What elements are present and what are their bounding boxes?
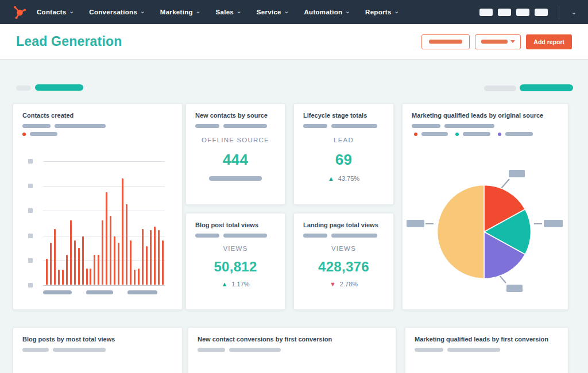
pie-label-redacted bbox=[407, 220, 424, 227]
redacted-text bbox=[415, 348, 443, 352]
nav-item-label: Conversations bbox=[89, 9, 137, 15]
filter-placeholder-gray bbox=[16, 86, 31, 91]
redacted-text bbox=[55, 124, 106, 128]
chevron-down-icon: ⌄ bbox=[140, 9, 145, 14]
nav-icon-button-3[interactable] bbox=[516, 9, 529, 16]
metric-block: OFFLINE SOURCE 444 bbox=[195, 137, 276, 181]
chevron-down-icon: ⌄ bbox=[394, 9, 400, 14]
nav-divider bbox=[559, 5, 559, 19]
y-tick-placeholder bbox=[28, 283, 33, 287]
pie-chart-svg bbox=[436, 184, 532, 279]
bar bbox=[154, 227, 156, 285]
contacts-created-bars bbox=[46, 161, 164, 285]
filter-toggle-teal[interactable] bbox=[35, 84, 83, 91]
redacted-text bbox=[53, 348, 106, 352]
report-card-new-contacts-by-source: New contacts by source OFFLINE SOURCE 44… bbox=[185, 103, 285, 205]
bar bbox=[146, 246, 148, 285]
toolbar-action-teal[interactable] bbox=[520, 84, 573, 91]
delta-up-icon: ▲ bbox=[328, 176, 334, 182]
legend-label-redacted bbox=[463, 132, 490, 136]
bar bbox=[58, 270, 60, 285]
page-header: Lead Generation Add report bbox=[0, 24, 588, 60]
account-menu-chevron-icon[interactable]: ⌄ bbox=[571, 9, 577, 16]
nav-item-reports[interactable]: Reports ⌄ bbox=[365, 9, 399, 15]
dashboard-dropdown-button[interactable] bbox=[475, 34, 521, 49]
report-title[interactable]: Blog posts by most total views bbox=[22, 336, 173, 343]
pie-legend-row bbox=[414, 132, 559, 136]
delta-row: ▼ 2.78% bbox=[330, 281, 358, 287]
redacted-text bbox=[195, 234, 219, 238]
bar bbox=[138, 269, 140, 285]
nav-item-label: Marketing bbox=[160, 9, 193, 15]
delta-down-icon: ▼ bbox=[330, 281, 336, 287]
y-tick-placeholder bbox=[28, 208, 33, 213]
metric-value: 69 bbox=[335, 151, 353, 169]
report-title[interactable]: New contact conversions by first convers… bbox=[198, 336, 386, 343]
nav-item-automation[interactable]: Automation ⌄ bbox=[304, 9, 350, 15]
delta-value: 43.75% bbox=[338, 175, 359, 182]
nav-item-marketing[interactable]: Marketing ⌄ bbox=[160, 9, 201, 15]
metric-block: LEAD 69 ▲ 43.75% bbox=[303, 137, 384, 182]
report-card-mql-by-original-source: Marketing qualified leads by original so… bbox=[402, 103, 568, 310]
y-tick-placeholder bbox=[28, 159, 33, 164]
dropdown-caret-icon bbox=[510, 40, 515, 43]
report-title[interactable]: Lifecycle stage totals bbox=[303, 112, 384, 119]
header-actions: Add report bbox=[421, 34, 572, 49]
chevron-down-icon: ⌄ bbox=[284, 9, 289, 14]
x-axis-placeholder-labels bbox=[43, 290, 173, 294]
bar bbox=[54, 229, 56, 285]
redacted-text bbox=[331, 124, 377, 128]
add-report-button[interactable]: Add report bbox=[526, 34, 572, 49]
report-card-landing-page-total-views: Landing page total views VIEWS 428,376 ▼… bbox=[293, 213, 394, 310]
chevron-down-icon: ⌄ bbox=[69, 9, 75, 14]
report-title[interactable]: Contacts created bbox=[22, 112, 173, 119]
bar bbox=[106, 192, 107, 285]
report-card-lifecycle-stage-totals: Lifecycle stage totals LEAD 69 ▲ 43.75% bbox=[293, 103, 394, 205]
legend-dot-icon bbox=[498, 133, 501, 136]
redacted-text bbox=[444, 124, 494, 128]
nav-icon-button-4[interactable] bbox=[535, 9, 548, 16]
redacted-label bbox=[481, 40, 508, 44]
nav-menu: Contacts ⌄ Conversations ⌄ Marketing ⌄ S… bbox=[37, 9, 399, 15]
bar bbox=[74, 240, 76, 285]
page-title: Lead Generation bbox=[16, 34, 122, 49]
nav-item-conversations[interactable]: Conversations ⌄ bbox=[89, 9, 145, 15]
bar bbox=[102, 220, 103, 285]
y-tick-placeholder bbox=[28, 184, 33, 188]
hubspot-logo-icon[interactable] bbox=[11, 4, 28, 20]
redacted-text bbox=[229, 348, 281, 352]
nav-item-service[interactable]: Service ⌄ bbox=[257, 9, 289, 15]
bar bbox=[130, 240, 131, 285]
nav-icon-button-1[interactable] bbox=[479, 9, 493, 16]
redacted-text bbox=[303, 124, 327, 128]
report-card-mql-by-first-conversion: Marketing qualified leads by first conve… bbox=[405, 327, 568, 373]
nav-item-label: Service bbox=[257, 9, 281, 15]
report-title[interactable]: Marketing qualified leads by original so… bbox=[412, 112, 559, 119]
redacted-text bbox=[303, 234, 327, 238]
bar bbox=[158, 230, 160, 285]
report-title[interactable]: Landing page total views bbox=[303, 222, 384, 228]
report-title[interactable]: Marketing qualified leads by first conve… bbox=[415, 336, 559, 343]
pie-label-redacted bbox=[544, 220, 563, 227]
report-title[interactable]: New contacts by source bbox=[195, 112, 276, 119]
pie-slice-segment-4 bbox=[438, 185, 485, 279]
chevron-down-icon: ⌄ bbox=[237, 9, 242, 14]
report-title[interactable]: Blog post total views bbox=[195, 222, 276, 228]
bar bbox=[142, 229, 144, 285]
bar bbox=[118, 243, 119, 285]
nav-icon-button-2[interactable] bbox=[498, 9, 511, 16]
bar bbox=[82, 236, 84, 285]
metric-block: VIEWS 428,376 ▼ 2.78% bbox=[303, 245, 384, 287]
subtitle-placeholder-row bbox=[22, 124, 173, 128]
bar bbox=[78, 248, 80, 285]
legend-label-redacted bbox=[421, 132, 448, 136]
report-card-contacts-created: Contacts created bbox=[13, 103, 183, 310]
nav-item-contacts[interactable]: Contacts ⌄ bbox=[37, 9, 74, 15]
top-navigation-bar: Contacts ⌄ Conversations ⌄ Marketing ⌄ S… bbox=[0, 0, 588, 24]
nav-item-sales[interactable]: Sales ⌄ bbox=[216, 9, 242, 15]
pie-label-redacted bbox=[509, 170, 525, 177]
metric-value: 444 bbox=[223, 151, 248, 169]
dashboard-action-button[interactable] bbox=[421, 34, 470, 49]
metric-footnote-redacted bbox=[209, 176, 262, 181]
redacted-label bbox=[429, 40, 462, 44]
